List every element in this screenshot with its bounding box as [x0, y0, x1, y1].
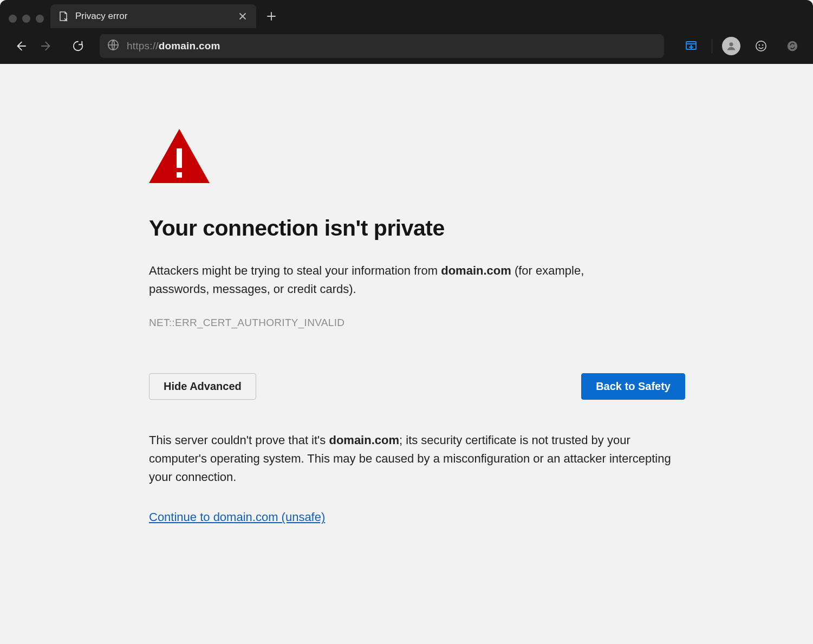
error-details-text: This server couldn't prove that it's dom…	[149, 431, 680, 486]
svg-point-2	[730, 42, 733, 46]
browser-toolbar: https://domain.com	[0, 28, 813, 64]
url-domain: domain.com	[159, 40, 220, 51]
feedback-icon[interactable]	[750, 35, 772, 57]
error-heading: Your connection isn't private	[149, 216, 685, 241]
svg-point-6	[788, 41, 797, 51]
new-tab-button[interactable]	[262, 6, 281, 26]
error-container: Your connection isn't private Attackers …	[149, 129, 685, 524]
page-content: Your connection isn't private Attackers …	[0, 64, 813, 644]
url-text: https://domain.com	[127, 40, 220, 52]
error-button-row: Hide Advanced Back to Safety	[149, 373, 685, 400]
browser-chrome: Privacy error http	[0, 0, 813, 64]
back-to-safety-button[interactable]: Back to Safety	[581, 373, 685, 400]
back-button[interactable]	[10, 35, 31, 57]
error-lead-pre: Attackers might be trying to steal your …	[149, 264, 441, 277]
svg-point-5	[762, 44, 763, 45]
error-lead-domain: domain.com	[441, 264, 511, 277]
url-scheme: https://	[127, 40, 159, 51]
error-code: NET::ERR_CERT_AUTHORITY_INVALID	[149, 317, 685, 329]
profile-button[interactable]	[722, 37, 740, 55]
tab-close-button[interactable]	[237, 10, 249, 22]
browser-tab[interactable]: Privacy error	[50, 4, 256, 28]
window-maximize-button[interactable]	[36, 15, 44, 23]
tab-favicon-error-icon	[58, 11, 69, 22]
error-details-domain: domain.com	[329, 433, 399, 447]
warning-triangle-icon	[149, 129, 210, 183]
hide-advanced-button[interactable]: Hide Advanced	[149, 373, 256, 400]
tracking-prevention-icon[interactable]	[680, 35, 702, 57]
window-close-button[interactable]	[9, 15, 17, 23]
error-details-pre: This server couldn't prove that it's	[149, 433, 329, 447]
svg-point-4	[759, 44, 760, 45]
site-info-icon[interactable]	[107, 39, 119, 53]
sync-icon[interactable]	[782, 35, 803, 57]
tab-strip: Privacy error	[0, 0, 813, 28]
window-minimize-button[interactable]	[22, 15, 30, 23]
refresh-button[interactable]	[67, 35, 89, 57]
tab-title: Privacy error	[75, 11, 230, 22]
forward-button[interactable]	[36, 35, 57, 57]
window-controls	[4, 15, 50, 28]
toolbar-divider	[712, 39, 712, 53]
svg-point-3	[756, 41, 766, 51]
toolbar-right	[675, 35, 803, 57]
error-lead-text: Attackers might be trying to steal your …	[149, 262, 636, 298]
proceed-unsafe-link[interactable]: Continue to domain.com (unsafe)	[149, 510, 325, 524]
address-bar[interactable]: https://domain.com	[100, 34, 664, 58]
